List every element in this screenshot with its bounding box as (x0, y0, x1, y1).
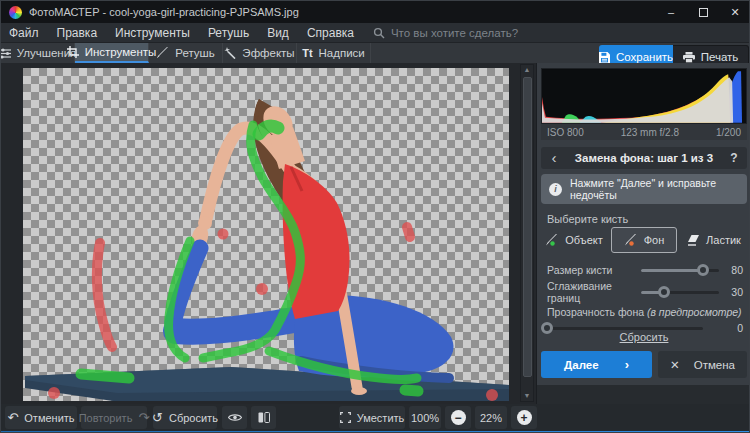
preview-original-button[interactable] (222, 406, 247, 429)
zoom-out-button[interactable]: − (445, 406, 471, 429)
right-panel: ISO 800 123 mm f/2.8 1/200 ‹ Замена фона… (537, 63, 750, 431)
app-logo-icon (9, 6, 22, 19)
tab-retouch[interactable]: Ретушь (149, 43, 223, 63)
brush-buttons: Объект Фон Ластик (541, 227, 747, 253)
brush-background-button[interactable]: Фон (611, 227, 677, 253)
menu-view[interactable]: Вид (258, 26, 298, 40)
search-placeholder: Что вы хотите сделать? (391, 27, 518, 39)
brush-size-row: Размер кисти 80 (547, 263, 743, 277)
minimize-button[interactable]: – (655, 1, 687, 23)
menu-file[interactable]: Файл (1, 26, 48, 40)
text-tool-icon: Tt (302, 47, 312, 59)
shutter-value: 1/200 (716, 127, 741, 138)
canvas-scrollbar[interactable]: ▲ ▼ (520, 64, 534, 402)
edge-smoothing-row: Сглаживание границ 30 (547, 285, 743, 299)
yoga-photo-scene (23, 68, 509, 401)
close-button[interactable]: ✕ (719, 1, 750, 23)
tab-captions[interactable]: Tt Надписи (297, 43, 371, 63)
cancel-button[interactable]: ✕ Отмена (658, 351, 747, 378)
photo-canvas[interactable] (23, 68, 509, 401)
reset-icon: ↺ (152, 411, 163, 424)
crop-icon (67, 46, 79, 58)
zoom-level-value: 22% (480, 412, 502, 424)
brush-section-label: Выберите кисть (547, 213, 628, 225)
next-step-button[interactable]: Далее › (541, 351, 652, 378)
minus-icon: − (451, 410, 466, 425)
tab-label: Ретушь (175, 47, 215, 59)
scroll-down-icon[interactable]: ▼ (521, 391, 533, 401)
redo-button[interactable]: Повторить ↷ (81, 406, 147, 429)
floppy-icon (599, 52, 610, 63)
menu-help[interactable]: Справка (298, 26, 363, 40)
app-window: ФотоМАСТЕР - cool-yoga-girl-practicing-P… (0, 0, 750, 433)
reset-brushes-link[interactable]: Сбросить (537, 331, 750, 343)
exif-row: ISO 800 123 mm f/2.8 1/200 (541, 124, 747, 140)
brush-red-icon (624, 234, 638, 246)
plus-icon: + (517, 410, 532, 425)
wizard-buttons: Далее › ✕ Отмена (541, 351, 747, 378)
brush-green-icon (545, 234, 559, 246)
edge-smoothing-label: Сглаживание границ (547, 280, 641, 304)
photo-yoga-girl (173, 99, 453, 395)
window-controls: – ✕ (655, 1, 750, 23)
brush-size-slider[interactable] (641, 263, 719, 277)
magic-wand-icon (224, 47, 236, 59)
maximize-icon (699, 8, 708, 17)
next-label: Далее (564, 359, 599, 371)
before-after-button[interactable] (251, 406, 276, 429)
brush-label: Объект (565, 234, 602, 246)
eraser-icon (687, 234, 700, 246)
zoom-100-button[interactable]: 100% (409, 406, 441, 429)
brush-label: Ластик (706, 234, 741, 246)
tab-enhancements[interactable]: Улучшения (1, 43, 75, 63)
step-title: Замена фона: шаг 1 из 3 (567, 152, 721, 164)
tab-label: Инструменты (85, 46, 157, 58)
reset-button[interactable]: ↺ Сбросить (153, 406, 217, 429)
brush-label: Фон (644, 234, 665, 246)
edge-smoothing-slider[interactable] (641, 285, 719, 299)
info-text: Нажмите "Далее" и исправьте недочёты (570, 177, 739, 201)
eye-icon (228, 413, 242, 422)
back-icon[interactable]: ‹ (541, 148, 567, 168)
menu-retouch[interactable]: Ретушь (199, 26, 258, 40)
canvas-area: ▲ ▼ (1, 63, 536, 404)
tab-tools[interactable]: Инструменты (75, 43, 149, 63)
brush-size-label: Размер кисти (547, 264, 641, 276)
menu-edit[interactable]: Правка (48, 26, 107, 40)
menu-tools[interactable]: Инструменты (106, 26, 199, 40)
save-label: Сохранить (616, 51, 673, 63)
brush-eraser-button[interactable]: Ластик (681, 227, 747, 253)
undo-icon: ↶ (7, 411, 18, 424)
chevron-right-icon: › (625, 357, 629, 372)
scroll-up-icon[interactable]: ▲ (521, 65, 533, 75)
menu-bar: Файл Правка Инструменты Ретушь Вид Справ… (1, 23, 750, 43)
info-icon: i (549, 183, 562, 196)
scrollbar-thumb[interactable] (523, 77, 532, 377)
zoom-in-button[interactable]: + (511, 406, 537, 429)
bg-opacity-label: Прозрачность фона (в предпросмотре) (547, 306, 743, 318)
brush-icon (156, 47, 169, 59)
reset-label: Сбросить (169, 412, 218, 424)
tab-effects[interactable]: Эффекты (223, 43, 297, 63)
window-title: ФотоМАСТЕР - cool-yoga-girl-practicing-P… (29, 6, 299, 18)
histogram (541, 68, 747, 124)
search-field[interactable]: Что вы хотите сделать? (373, 27, 518, 39)
edge-smoothing-value: 30 (719, 286, 743, 298)
print-label: Печать (701, 51, 739, 63)
step-header: ‹ Замена фона: шаг 1 из 3 ? (541, 147, 747, 169)
fit-label: Уместить (357, 412, 405, 424)
help-icon[interactable]: ? (721, 151, 747, 165)
tab-label: Надписи (319, 47, 365, 59)
fit-to-screen-button[interactable]: Уместить (339, 406, 405, 429)
brush-object-button[interactable]: Объект (541, 227, 607, 253)
undo-button[interactable]: ↶ Отменить (5, 406, 77, 429)
title-bar: ФотоМАСТЕР - cool-yoga-girl-practicing-P… (1, 1, 750, 23)
lens-value: 123 mm f/2.8 (621, 127, 679, 138)
zoom-level: 22% (475, 406, 507, 429)
slider-thumb[interactable] (697, 264, 709, 276)
brush-size-value: 80 (719, 264, 743, 276)
slider-thumb[interactable] (658, 286, 670, 298)
undo-label: Отменить (24, 412, 74, 424)
maximize-button[interactable] (687, 1, 719, 23)
iso-value: ISO 800 (547, 127, 584, 138)
